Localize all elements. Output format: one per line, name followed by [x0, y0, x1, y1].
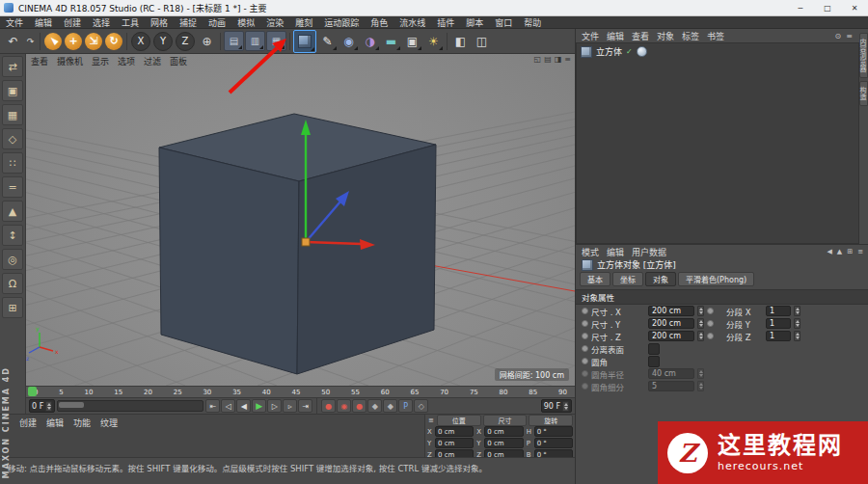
size-x-spinner[interactable] [697, 306, 704, 316]
object-label[interactable]: 立方体 [596, 45, 622, 58]
lock-z-button[interactable]: Z [176, 32, 195, 51]
snap-icon[interactable]: Ω [2, 273, 23, 294]
object-manager-menu-item[interactable]: 编辑 [607, 30, 624, 42]
menu-item[interactable]: 流水线 [393, 16, 431, 29]
object-row-cube[interactable]: 立方体 ✓ [577, 43, 858, 60]
scale-tool[interactable]: ⇲ [85, 33, 102, 50]
layout-button[interactable]: ◫ [472, 31, 492, 51]
rotate-tool[interactable]: ↻ [105, 33, 122, 50]
camera-button[interactable]: ▣ [402, 31, 422, 51]
light-button[interactable]: ☀ [423, 31, 444, 51]
rot-h-field[interactable]: 0 ° [534, 426, 573, 437]
keyframe-dot-icon[interactable] [582, 358, 588, 364]
viewport-menu-item[interactable]: 过滤 [144, 55, 161, 67]
prev-frame-button[interactable]: ◀ [236, 399, 251, 413]
pla-button[interactable]: ◇ [414, 399, 428, 413]
phong-tag-icon[interactable] [637, 46, 647, 57]
current-frame-field[interactable]: 0 F [29, 399, 55, 413]
viewport-menu-item[interactable]: 显示 [92, 55, 109, 67]
end-frame-field[interactable]: 90 F [541, 399, 572, 413]
move-tool[interactable]: + [65, 33, 82, 50]
attribute-tab[interactable]: 平滑着色(Phong) [678, 272, 754, 286]
om-filter-icon[interactable]: ⊙ [835, 32, 842, 40]
seg-x-input[interactable]: 1 [766, 306, 791, 316]
menu-item[interactable]: 编辑 [29, 16, 58, 29]
seg-y-spinner[interactable] [794, 318, 800, 329]
menu-item[interactable]: 窗口 [489, 16, 518, 29]
record-position-button[interactable]: ● [352, 399, 366, 413]
seg-y-input[interactable]: 1 [766, 318, 791, 329]
record-scale-button[interactable]: ◆ [367, 399, 382, 413]
pos-y-field[interactable]: 0 cm [435, 438, 474, 448]
pane-split-icon[interactable]: ◨ [555, 55, 562, 64]
subdivision-surface-button[interactable]: ◉ [339, 31, 359, 51]
record-keyframe-button[interactable]: ● [321, 399, 336, 413]
attribute-menu-item[interactable]: 用户数据 [632, 246, 666, 258]
menu-item[interactable]: 角色 [365, 16, 393, 29]
menu-item[interactable]: 模拟 [231, 16, 260, 29]
side-dock-tab[interactable]: 构造 [859, 81, 868, 106]
model-mode-icon[interactable]: ▣ [2, 80, 23, 101]
cube-object[interactable] [159, 114, 436, 374]
record-rotation-button[interactable]: ◆ [383, 399, 397, 413]
rot-p-field[interactable]: 0 ° [534, 438, 573, 448]
pane-rows-icon[interactable]: ▤ [544, 55, 552, 64]
next-key-button[interactable]: ▹ [283, 399, 297, 413]
menu-item[interactable]: 运动跟踪 [318, 16, 365, 29]
keyframe-dot-icon[interactable] [707, 333, 714, 339]
workplane-lock-icon[interactable]: ⊞ [2, 297, 23, 318]
coords-menu-icon[interactable]: ≡ [427, 417, 435, 424]
menu-item[interactable]: 渲染 [260, 16, 289, 29]
maximize-button[interactable]: □ [814, 0, 841, 15]
viewport-menu-item[interactable]: 面板 [170, 55, 187, 67]
goto-start-button[interactable]: ⇤ [205, 399, 220, 413]
timeline-slider-handle[interactable] [59, 402, 84, 408]
pen-spline-button[interactable]: ✎ [317, 31, 338, 51]
play-button[interactable]: ▶ [252, 399, 266, 413]
menu-item[interactable]: 捕捉 [174, 16, 203, 29]
render-settings-button[interactable]: ▦ [266, 31, 286, 51]
size-z-input[interactable]: 200 cm [648, 331, 694, 341]
menu-item[interactable]: 脚本 [460, 16, 489, 29]
size-y-spinner[interactable] [697, 318, 704, 329]
attribute-tab[interactable]: 坐标 [612, 272, 643, 286]
cube-primitive-button[interactable] [293, 30, 316, 53]
rotation-header[interactable]: 旋转 [529, 415, 573, 426]
separate-surfaces-checkbox[interactable] [648, 343, 660, 355]
render-region-button[interactable]: ▥ [245, 31, 265, 51]
pos-x-field[interactable]: 0 cm [435, 426, 474, 437]
end-frame-spinner[interactable] [562, 401, 569, 412]
live-selection-tool[interactable]: ► [44, 33, 62, 50]
keyframe-dot-icon[interactable] [582, 308, 588, 314]
material-menu-item[interactable]: 功能 [73, 417, 91, 429]
viewport-menu-item[interactable]: 查看 [31, 55, 48, 67]
keyframe-dot-icon[interactable] [582, 320, 588, 327]
pane-single-icon[interactable]: ◱ [534, 55, 542, 64]
position-header[interactable]: 位置 [437, 415, 481, 426]
size-x-field[interactable]: 0 cm [484, 426, 523, 437]
cube-right-face[interactable] [297, 145, 436, 374]
attribute-menu-item[interactable]: 模式 [582, 246, 599, 258]
viewport-menu-item[interactable]: 选项 [118, 55, 135, 67]
menu-item[interactable]: 动画 [203, 16, 231, 29]
seg-x-spinner[interactable] [794, 306, 800, 316]
size-x-input[interactable]: 200 cm [648, 306, 694, 316]
menu-item[interactable]: 工具 [116, 16, 145, 29]
coordinate-system-button[interactable]: ⊕ [197, 31, 217, 51]
texture-mode-icon[interactable]: ▦ [2, 104, 23, 125]
keyframe-dot-icon[interactable] [707, 320, 714, 327]
material-menu-item[interactable]: 编辑 [46, 417, 64, 429]
menu-item[interactable]: 网格 [145, 16, 174, 29]
edges-mode-icon[interactable]: ═ [2, 176, 23, 198]
display-mode-button[interactable]: ◧ [450, 31, 471, 51]
viewport[interactable]: y x z 查看摄像机显示选项过滤面板 ◱▤◨≡ 网格间距: 100 cm [26, 54, 575, 386]
menu-item[interactable]: 文件 [0, 16, 29, 29]
object-manager-menu-item[interactable]: 查看 [632, 30, 649, 42]
attribute-tab[interactable]: 基本 [580, 272, 610, 286]
timeline-ruler[interactable]: 051015202530354045505560657075808590 [26, 386, 575, 397]
size-y-field[interactable]: 0 cm [484, 438, 523, 448]
menu-item[interactable]: 雕刻 [289, 16, 318, 29]
menu-item[interactable]: 插件 [431, 16, 460, 29]
record-parameter-button[interactable]: P [398, 399, 413, 413]
enable-axis-icon[interactable]: ↕ [2, 225, 23, 246]
